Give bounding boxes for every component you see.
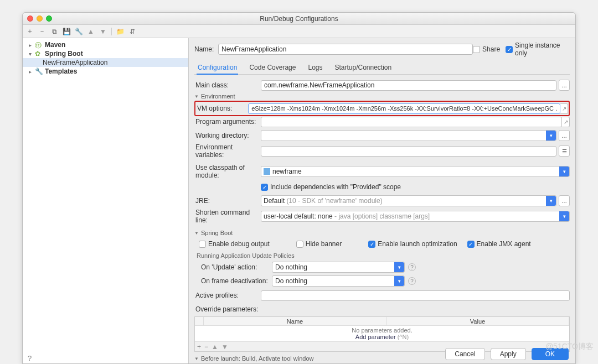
help-icon[interactable]: ? [408,277,416,285]
folder-icon[interactable]: 📁 [116,28,124,35]
classpath-label: Use classpath of module: [194,164,261,179]
window-title: Run/Debug Configurations [23,15,575,23]
tree-label: Spring Boot [45,50,83,58]
env-vars-label: Environment variables: [194,143,261,159]
apply-button[interactable]: Apply [491,348,526,360]
expand-vm-options-icon[interactable]: ↗ [560,103,568,114]
jre-label: JRE: [194,197,261,205]
help-icon[interactable]: ? [408,263,416,271]
environment-section[interactable]: Environment [194,93,570,100]
add-icon[interactable]: + [197,343,201,351]
env-vars-input[interactable] [261,146,556,157]
separator [111,28,112,35]
up-icon[interactable]: ▲ [212,343,218,351]
tree-item-springboot[interactable]: ▾✿ Spring Boot [23,49,188,58]
tree-label: Maven [45,41,65,49]
no-params-text: No parameters added. [195,327,569,334]
on-update-label: On 'Update' action: [200,263,272,271]
on-frame-label: On frame deactivation: [200,277,272,285]
browse-jre-button[interactable]: … [559,195,570,206]
springboot-section[interactable]: Spring Boot [194,230,570,236]
program-args-label: Program arguments: [194,118,261,126]
jre-dropdown[interactable]: Default (10 - SDK of 'newframe' module)▾ [261,195,556,206]
remove-config-icon[interactable]: － [38,28,46,35]
tab-code-coverage[interactable]: Code Coverage [248,61,297,74]
active-profiles-input[interactable] [261,290,570,301]
config-tabs: Configuration Code Coverage Logs Startup… [194,61,570,75]
save-config-icon[interactable]: 💾 [63,28,70,35]
down-icon[interactable]: ▼ [221,343,228,351]
main-class-label: Main class: [194,81,261,89]
vm-options-label: VM options: [196,105,248,112]
name-input[interactable]: NewFrameApplication [218,44,473,55]
tree-item-templates[interactable]: ▸🔧 Templates [23,67,188,76]
up-icon[interactable]: ▲ [87,28,95,35]
vm-options-highlight: VM options: eSize=128m -Xms1024m -Xmx102… [194,101,570,116]
working-dir-label: Working directory: [194,132,261,139]
enable-launch-opt-checkbox[interactable]: ✓Enable launch optimization [368,240,457,248]
tab-configuration[interactable]: Configuration [197,61,238,75]
shorten-label: Shorten command line: [194,209,261,224]
titlebar: Run/Debug Configurations [23,13,575,25]
wrench-icon[interactable]: 🔧 [75,28,83,35]
help-icon[interactable]: ? [28,354,32,362]
tree-label: NewFrameApplication [43,59,107,66]
override-params-label: Override parameters: [194,305,258,313]
copy-config-icon[interactable]: ⧉ [50,28,58,35]
on-update-dropdown[interactable]: Do nothing▾ [272,262,405,273]
add-config-icon[interactable]: ＋ [26,28,34,35]
working-dir-input[interactable]: ▾ [261,130,556,141]
vm-options-input[interactable]: eSize=128m -Xms1024m -Xmx1024m -Xmn256m … [248,103,560,114]
tree-item-maven[interactable]: ▸ⓜ Maven [23,40,188,49]
expand-args-icon[interactable]: ↗ [562,117,570,127]
browse-env-vars-button[interactable]: ☰ [559,145,570,157]
th-name: Name [204,317,386,325]
config-tree: ▸ⓜ Maven ▾✿ Spring Boot NewFrameApplicat… [23,38,189,363]
browse-working-dir-button[interactable]: … [559,130,570,141]
shorten-dropdown[interactable]: user-local default: none - java [options… [261,211,570,222]
hide-banner-checkbox[interactable]: Hide banner [296,240,342,248]
program-args-input[interactable] [261,117,562,127]
name-label: Name: [194,45,218,53]
enable-jmx-checkbox[interactable]: ✓Enable JMX agent [467,240,531,248]
down-icon[interactable]: ▼ [99,28,107,35]
add-parameter-link[interactable]: Add parameter [355,334,396,340]
tree-label: Templates [45,67,77,75]
classpath-dropdown[interactable]: newframe▾ [261,166,570,177]
on-frame-dropdown[interactable]: Do nothing▾ [272,275,405,287]
th-value: Value [386,317,569,325]
cancel-button[interactable]: Cancel [445,348,484,360]
browse-main-class-button[interactable]: … [559,80,570,91]
remove-icon[interactable]: − [204,343,208,351]
single-instance-checkbox[interactable]: ✓Single instance only [506,41,570,57]
enable-debug-checkbox[interactable]: Enable debug output [199,240,270,248]
include-provided-checkbox[interactable]: ✓Include dependencies with "Provided" sc… [261,183,401,191]
tree-item-app[interactable]: NewFrameApplication [23,58,188,67]
watermark: @51CTO博客 [545,342,594,352]
policies-label: Running Application Update Policies [197,252,570,259]
tab-startup[interactable]: Startup/Connection [333,61,393,74]
share-checkbox[interactable]: Share [473,45,500,53]
sort-icon[interactable]: ⇵ [128,28,136,35]
config-toolbar: ＋ － ⧉ 💾 🔧 ▲ ▼ 📁 ⇵ [23,25,575,38]
main-class-input[interactable]: com.newframe.NewFrameApplication [261,80,556,91]
active-profiles-label: Active profiles: [194,292,261,299]
tab-logs[interactable]: Logs [307,61,323,74]
